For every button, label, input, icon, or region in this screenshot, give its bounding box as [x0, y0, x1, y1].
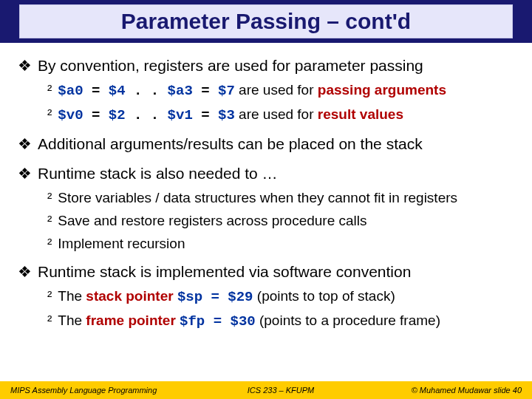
- bullet-additional-args: ❖ Additional arguments/results can be pl…: [18, 134, 514, 154]
- footer-right: © Muhamed Mudawar slide 40: [369, 386, 532, 395]
- footer-center: ICS 233 – KFUPM: [192, 386, 369, 395]
- subbullet-text: The stack pointer $sp = $29 (points to t…: [58, 287, 395, 307]
- bullet-text: Runtime stack is implemented via softwar…: [38, 262, 411, 282]
- bullet-text: Runtime stack is also needed to …: [38, 164, 278, 183]
- footer-left: MIPS Assembly Language Programming: [0, 386, 192, 395]
- diamond-icon: ❖: [18, 164, 32, 183]
- diamond-icon: ❖: [18, 56, 32, 75]
- bullet-software-convention: ❖ Runtime stack is implemented via softw…: [18, 262, 514, 282]
- diamond-open-icon: ²: [47, 312, 52, 331]
- subbullet-stack-pointer: ² The stack pointer $sp = $29 (points to…: [47, 287, 514, 307]
- subbullet-text: Store variables / data structures when t…: [58, 189, 457, 207]
- diamond-open-icon: ²: [47, 212, 52, 230]
- subbullet-text: Implement recursion: [58, 235, 185, 253]
- bullet-text: By convention, registers are used for pa…: [38, 56, 423, 75]
- subbullet-text: $v0 = $2 . . $v1 = $3 are used for resul…: [58, 106, 403, 125]
- slide-title: Parameter Passing – cont'd: [19, 4, 513, 38]
- diamond-open-icon: ²: [47, 235, 52, 253]
- diamond-open-icon: ²: [47, 287, 52, 307]
- subbullet-text: Save and restore registers across proced…: [58, 212, 366, 230]
- footer-bar: MIPS Assembly Language Programming ICS 2…: [0, 381, 532, 399]
- slide: Parameter Passing – cont'd ❖ By conventi…: [0, 0, 532, 399]
- subbullet-save-restore: ² Save and restore registers across proc…: [47, 212, 514, 230]
- subbullet-store-vars: ² Store variables / data structures when…: [47, 189, 514, 207]
- bullet-text: Additional arguments/results can be plac…: [38, 134, 423, 154]
- subbullet-arg-regs: ² $a0 = $4 . . $a3 = $7 are used for pas…: [47, 81, 514, 100]
- diamond-open-icon: ²: [47, 81, 52, 100]
- bullet-runtime-needed: ❖ Runtime stack is also needed to …: [18, 164, 514, 183]
- diamond-icon: ❖: [18, 134, 32, 154]
- subbullet-frame-pointer: ² The frame pointer $fp = $30 (points to…: [47, 312, 514, 331]
- title-bar: Parameter Passing – cont'd: [0, 0, 532, 43]
- diamond-open-icon: ²: [47, 189, 52, 207]
- subbullet-text: The frame pointer $fp = $30 (points to a…: [58, 312, 440, 331]
- content-area: ❖ By convention, registers are used for …: [0, 43, 532, 330]
- diamond-open-icon: ²: [47, 106, 52, 125]
- subbullet-result-regs: ² $v0 = $2 . . $v1 = $3 are used for res…: [47, 106, 514, 125]
- subbullet-text: $a0 = $4 . . $a3 = $7 are used for passi…: [58, 81, 446, 100]
- bullet-convention: ❖ By convention, registers are used for …: [18, 56, 514, 75]
- diamond-icon: ❖: [18, 262, 32, 282]
- subbullet-recursion: ² Implement recursion: [47, 235, 514, 253]
